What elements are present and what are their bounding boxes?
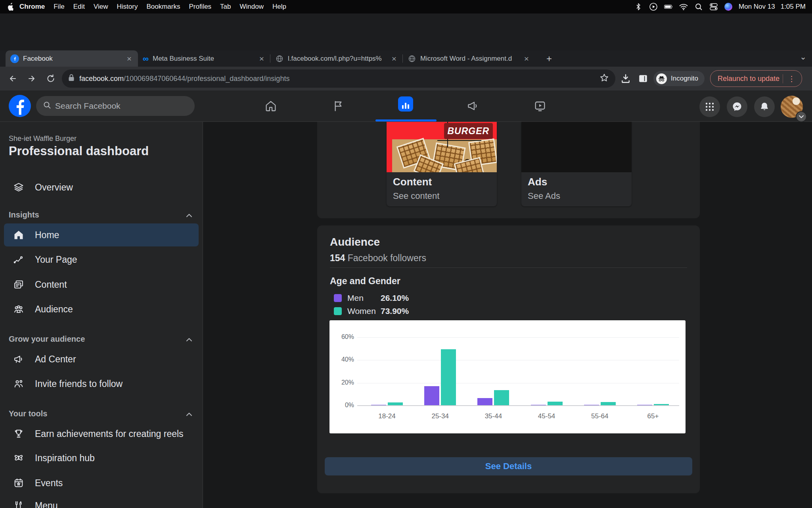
ads-tile-link[interactable]: See Ads (528, 191, 625, 201)
address-bar[interactable]: facebook.com/100069847060644/professiona… (62, 69, 615, 88)
x-axis-tick: 18-24 (363, 412, 411, 420)
messenger-icon[interactable] (727, 96, 747, 117)
forward-button[interactable] (24, 71, 40, 87)
tab-close-icon[interactable]: × (390, 54, 398, 64)
tab-close-icon[interactable]: × (125, 54, 133, 64)
globe-favicon-icon (408, 54, 416, 63)
sidebar-item-label: Content (35, 279, 67, 290)
sidebar-item-label: Events (35, 478, 63, 489)
sidebar-item-events[interactable]: Events (4, 471, 199, 495)
control-center-icon[interactable] (709, 2, 718, 11)
facebook-search-input[interactable]: Search Facebook (36, 96, 195, 116)
people-icon (13, 303, 25, 315)
trophy-icon (13, 428, 25, 440)
chevron-up-icon (186, 335, 192, 344)
nav-video-icon[interactable] (531, 97, 549, 115)
line-chart-icon (13, 254, 25, 266)
back-button[interactable] (5, 71, 21, 87)
menu-item-profiles[interactable]: Profiles (184, 3, 216, 11)
sidebar-item-menu[interactable]: Menu (4, 494, 199, 508)
apps-grid-icon[interactable] (699, 96, 720, 117)
side-panel-icon[interactable] (636, 71, 650, 86)
ads-tile[interactable]: Ads See Ads (521, 122, 632, 206)
nav-home-icon[interactable] (262, 97, 280, 115)
tab-close-icon[interactable]: × (258, 54, 266, 64)
menu-item-view[interactable]: View (89, 3, 113, 11)
shortcut-cards-panel: BURGER Content See content Ads See Ads (317, 122, 700, 218)
sidebar-section-your-tools[interactable]: Your tools (9, 408, 192, 419)
sidebar-item-content[interactable]: Content (4, 273, 199, 296)
battery-icon[interactable] (664, 2, 673, 11)
menu-item-bookmarks[interactable]: Bookmarks (142, 3, 184, 11)
gridline (357, 383, 679, 383)
lock-icon (68, 74, 75, 84)
content-tile-link[interactable]: See content (393, 191, 490, 201)
menu-item-tab[interactable]: Tab (216, 3, 235, 11)
siri-icon[interactable] (724, 3, 732, 11)
content-tile-title: Content (393, 176, 490, 188)
sidebar-item-earn-achievements[interactable]: Earn achievements for creating reels (4, 422, 199, 446)
bookmark-star-icon[interactable] (599, 73, 609, 85)
ads-tile-title: Ads (528, 176, 625, 188)
facebook-logo[interactable] (9, 95, 31, 117)
notifications-bell-icon[interactable] (754, 96, 775, 117)
kebab-menu-icon[interactable]: ⋮ (783, 74, 800, 83)
sidebar-item-home[interactable]: Home (4, 223, 199, 246)
sidebar-item-inspiration-hub[interactable]: Inspiration hub (4, 446, 199, 470)
sidebar-item-audience[interactable]: Audience (4, 297, 199, 321)
relaunch-to-update-button[interactable]: Relaunch to update ⋮ (710, 70, 802, 87)
menu-item-history[interactable]: History (112, 3, 142, 11)
see-details-button[interactable]: See Details (325, 457, 692, 475)
account-chevron-icon[interactable] (796, 111, 807, 122)
sidebar-item-label: Invite friends to follow (35, 379, 123, 389)
macos-menu-bar: Chrome File Edit View History Bookmarks … (0, 0, 812, 13)
facebook-header: Search Facebook (0, 90, 812, 122)
sidebar: She-iet Waffle Burger Professional dashb… (0, 122, 203, 508)
sidebar-item-label: Earn achievements for creating reels (35, 429, 184, 439)
downloads-icon[interactable] (619, 71, 633, 86)
content-tile[interactable]: BURGER Content See content (387, 122, 497, 206)
tab-lfacebook-redirect[interactable]: l.facebook.com/l.php?u=https% × (270, 50, 403, 67)
menu-item-help[interactable]: Help (268, 3, 291, 11)
menu-item-edit[interactable]: Edit (69, 3, 89, 11)
women-legend-value: 73.90% (381, 306, 409, 316)
tab-meta-business-suite[interactable]: ∞ Meta Business Suite × (138, 50, 270, 67)
y-axis-tick: 40% (333, 356, 354, 363)
women-bar-35-44 (494, 390, 509, 406)
tab-strip: Facebook × ∞ Meta Business Suite × l.fac… (0, 50, 812, 67)
menu-bar-date: Mon Nov 13 (739, 3, 775, 11)
menu-item-chrome[interactable]: Chrome (15, 3, 49, 11)
x-axis-baseline (357, 405, 679, 406)
nav-pages-flag-icon[interactable] (329, 97, 347, 115)
sidebar-item-label: Audience (35, 304, 73, 315)
nav-ads-megaphone-icon[interactable] (464, 97, 481, 115)
wifi-icon[interactable] (679, 2, 688, 11)
nav-insights-icon-active[interactable] (398, 96, 413, 112)
layers-icon (13, 181, 25, 193)
playback-icon[interactable] (649, 2, 658, 11)
sidebar-item-ad-center[interactable]: Ad Center (4, 347, 199, 371)
sidebar-item-invite-friends[interactable]: Invite friends to follow (4, 372, 199, 396)
menu-item-file[interactable]: File (49, 3, 69, 11)
menu-item-window[interactable]: Window (236, 3, 268, 11)
bluetooth-icon[interactable] (634, 2, 643, 11)
sidebar-item-your-page[interactable]: Your Page (4, 248, 199, 271)
y-axis-tick: 60% (333, 333, 354, 341)
apple-icon[interactable] (6, 2, 15, 11)
sidebar-item-overview[interactable]: Overview (4, 175, 199, 199)
tab-close-icon[interactable]: × (523, 54, 530, 64)
url-path: /100069847060644/professional_dashboard/… (124, 75, 289, 83)
new-tab-button[interactable]: + (542, 52, 556, 65)
tab-search-chevron-icon[interactable]: ⌄ (800, 52, 806, 62)
reload-button[interactable] (43, 71, 59, 87)
men-bar-25-34 (424, 386, 439, 406)
chevron-up-icon (186, 409, 192, 418)
tab-word-assignment[interactable]: Microsoft Word - Assignment.d × (403, 50, 535, 67)
divider (330, 267, 687, 268)
sidebar-section-grow-your-audience[interactable]: Grow your audience (9, 334, 192, 344)
sidebar-section-insights[interactable]: Insights (9, 210, 192, 220)
section-label: Grow your audience (9, 335, 85, 344)
spotlight-icon[interactable] (694, 2, 703, 11)
tab-facebook[interactable]: Facebook × (6, 50, 138, 67)
tab-title: Meta Business Suite (153, 55, 254, 63)
